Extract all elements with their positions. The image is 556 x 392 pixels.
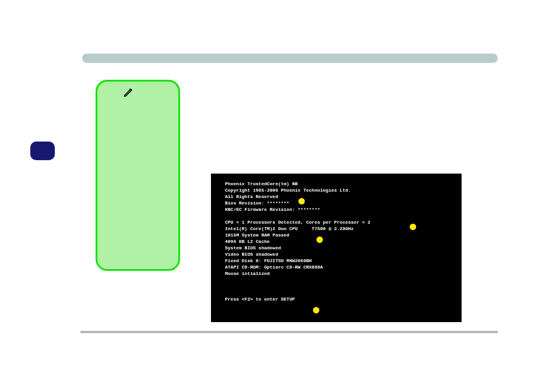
bios-line: Fixed Disk 0: FUJITSU MHW2060BH <box>225 258 312 263</box>
bios-line: Intel(R) Core(TM)2 Duo CPU T7500 @ 2.20G… <box>225 226 354 231</box>
note-panel <box>96 80 180 271</box>
bios-text: Phoenix TrustedCore(tm) NB Copyright 198… <box>225 181 450 302</box>
bios-line: Press <F2> to enter SETUP <box>225 296 295 302</box>
bios-line: 4096 KB L2 Cache <box>225 239 270 244</box>
bios-line: All Rights Reserved <box>225 194 278 199</box>
bios-screen: Phoenix TrustedCore(tm) NB Copyright 198… <box>211 174 462 322</box>
bios-line: CPU = 1 Processors Detected, Cores per P… <box>225 220 371 225</box>
bios-line: 1015M System RAM Passed <box>225 232 289 238</box>
callout-marker <box>298 198 305 204</box>
bios-line: System BIOS shadowed <box>225 245 281 250</box>
bios-line: Phoenix TrustedCore(tm) NB <box>225 181 298 186</box>
pencil-icon <box>123 86 135 98</box>
callout-marker <box>410 224 416 230</box>
bios-line: KBC/EC Firmware Revision: ******** <box>225 207 320 212</box>
bios-line: Bios Revision: ******** <box>225 200 289 206</box>
footer-rule <box>80 331 498 333</box>
callout-marker <box>316 236 323 243</box>
bios-line: Video BIOS shadowed <box>225 252 278 257</box>
header-bar <box>82 54 498 63</box>
section-tab <box>30 142 55 160</box>
bios-line: Mouse intialized <box>225 271 270 276</box>
bios-line: Copyright 1985-2006 Phoenix Technologies… <box>225 188 351 193</box>
bios-line: ATAPI CD-ROM: Optiarc CD-RW CRX880A <box>225 264 323 270</box>
callout-marker <box>313 307 319 313</box>
